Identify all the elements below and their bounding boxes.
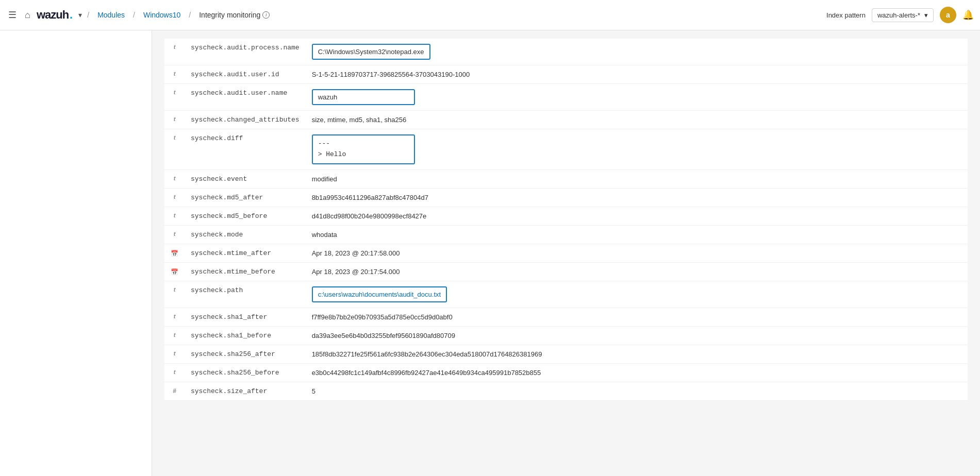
field-name: syscheck.sha256_before (185, 363, 306, 382)
field-value: wazuh (306, 84, 968, 111)
field-name: syscheck.audit.user.id (185, 65, 306, 84)
text-type-icon: t (174, 44, 176, 50)
field-icon: t (164, 111, 185, 129)
sidebar (0, 30, 152, 476)
fields-table: tsyscheck.audit.process.nameC:\Windows\S… (164, 39, 968, 401)
field-icon: t (164, 281, 185, 308)
text-type-icon: t (174, 134, 176, 141)
breadcrumb-windows10[interactable]: Windows10 (140, 9, 184, 21)
field-icon: t (164, 207, 185, 225)
breadcrumb-integrity-monitoring: Integrity monitoring i (196, 9, 273, 21)
text-type-icon: t (174, 175, 176, 181)
field-icon: 📅 (164, 262, 185, 281)
menu-icon[interactable]: ☰ (6, 7, 19, 23)
info-icon[interactable]: i (262, 11, 270, 19)
field-icon: t (164, 169, 185, 188)
field-name: syscheck.md5_before (185, 207, 306, 225)
field-value: Apr 18, 2023 @ 20:17:58.000 (306, 244, 968, 262)
field-icon: t (164, 188, 185, 207)
text-type-icon: t (174, 89, 176, 95)
field-name: syscheck.audit.user.name (185, 84, 306, 111)
field-name: syscheck.audit.process.name (185, 39, 306, 65)
field-name: syscheck.diff (185, 129, 306, 170)
field-value: 8b1a9953c4611296a827abf8c47804d7 (306, 188, 968, 207)
calendar-icon: 📅 (171, 250, 178, 257)
field-value: size, mtime, md5, sha1, sha256 (306, 111, 968, 129)
field-name: syscheck.mtime_before (185, 262, 306, 281)
logo-text: wazuh (37, 8, 69, 22)
field-name: syscheck.mtime_after (185, 244, 306, 262)
field-name: syscheck.size_after (185, 382, 306, 400)
field-value: f7ff9e8b7bb2e09b70935a5d785e0cc5d9d0abf0 (306, 308, 968, 326)
text-type-icon: t (174, 350, 176, 356)
calendar-icon: 📅 (171, 268, 178, 276)
content-area: tsyscheck.audit.process.nameC:\Windows\S… (152, 30, 980, 476)
field-icon: t (164, 84, 185, 111)
field-value: --- > Hello (306, 129, 968, 170)
field-value: C:\Windows\System32\notepad.exe (306, 39, 968, 65)
breadcrumb-sep-3: / (189, 11, 191, 19)
home-icon[interactable]: ⌂ (23, 8, 32, 23)
field-value[interactable]: c:\users\wazuh\documents\audit_docu.txt (306, 281, 968, 308)
text-type-icon: t (174, 286, 176, 293)
field-icon: t (164, 363, 185, 382)
index-pattern-chevron: ▾ (924, 11, 928, 19)
field-value: Apr 18, 2023 @ 20:17:54.000 (306, 262, 968, 281)
number-icon: # (173, 387, 176, 395)
field-value: modified (306, 169, 968, 188)
wazuh-logo: wazuh. (37, 8, 72, 22)
field-icon: # (164, 382, 185, 400)
field-value: 185f8db32271fe25f561a6fc938b2e264306ec30… (306, 345, 968, 363)
field-icon: t (164, 39, 185, 65)
text-type-icon: t (174, 231, 176, 237)
field-name: syscheck.path (185, 281, 306, 308)
field-icon: t (164, 65, 185, 84)
field-name: syscheck.mode (185, 225, 306, 244)
field-value-link[interactable]: c:\users\wazuh\documents\audit_docu.txt (318, 291, 441, 298)
field-icon: 📅 (164, 244, 185, 262)
field-name: syscheck.changed_attributes (185, 111, 306, 129)
field-name: syscheck.md5_after (185, 188, 306, 207)
user-avatar[interactable]: a (940, 7, 956, 23)
text-type-icon: t (174, 71, 176, 77)
field-value: e3b0c44298fc1c149afbf4c8996fb92427ae41e4… (306, 363, 968, 382)
field-icon: t (164, 225, 185, 244)
text-type-icon: t (174, 212, 176, 218)
notification-icon[interactable]: 🔔 (962, 9, 974, 21)
index-pattern-value: wazuh-alerts-* (877, 11, 920, 19)
field-name: syscheck.sha256_after (185, 345, 306, 363)
field-icon: t (164, 308, 185, 326)
field-value: da39a3ee5e6b4b0d3255bfef95601890afd80709 (306, 326, 968, 345)
field-value: whodata (306, 225, 968, 244)
logo-chevron[interactable]: ▾ (78, 11, 82, 19)
index-pattern-select[interactable]: wazuh-alerts-* ▾ (872, 8, 934, 22)
diff-value: --- > Hello (318, 140, 346, 158)
logo-dot: . (70, 8, 72, 22)
topnav-right: Index pattern wazuh-alerts-* ▾ a 🔔 (826, 7, 974, 23)
text-type-icon: t (174, 194, 176, 200)
breadcrumb-sep-1: / (87, 11, 89, 19)
text-type-icon: t (174, 313, 176, 319)
text-type-icon: t (174, 116, 176, 122)
field-icon: t (164, 326, 185, 345)
field-name: syscheck.event (185, 169, 306, 188)
field-value: d41d8cd98f00b204e9800998ecf8427e (306, 207, 968, 225)
field-name: syscheck.sha1_before (185, 326, 306, 345)
text-type-icon: t (174, 332, 176, 338)
index-pattern-label: Index pattern (826, 11, 866, 19)
field-icon: t (164, 345, 185, 363)
text-type-icon: t (174, 369, 176, 375)
field-value: S-1-5-21-1189703717-396825564-3703043190… (306, 65, 968, 84)
breadcrumb-modules[interactable]: Modules (94, 9, 128, 21)
field-icon: t (164, 129, 185, 170)
top-navigation: ☰ ⌂ wazuh. ▾ / Modules / Windows10 / Int… (0, 0, 980, 30)
field-name: syscheck.sha1_after (185, 308, 306, 326)
breadcrumb-sep-2: / (133, 11, 135, 19)
field-value: 5 (306, 382, 968, 400)
main-content: tsyscheck.audit.process.nameC:\Windows\S… (0, 30, 980, 476)
